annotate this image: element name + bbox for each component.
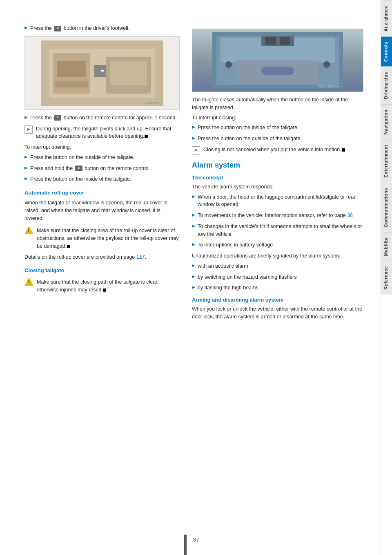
remote-button-2-icon bbox=[75, 166, 82, 171]
left-column: ▶ Press the button in the driver's footw… bbox=[24, 25, 180, 530]
notice-arrow-icon: ▶ bbox=[24, 125, 33, 134]
unauthorized-text: Unauthorized operations are briefly sign… bbox=[192, 252, 363, 260]
concept-bullet-2: ▶ To movements in the vehicle: Interior … bbox=[192, 212, 363, 219]
interrupt-bullet-3-text: Press the button on the inside of the ta… bbox=[30, 175, 131, 183]
concept-arrow-2-icon: ▶ bbox=[192, 213, 195, 217]
arming-heading: Arming and disarming alarm system bbox=[192, 297, 363, 303]
closing-bullet-2-text: Press the button on the outside of the t… bbox=[198, 135, 302, 143]
automatic-rollup-heading: Automatic roll-up cover bbox=[24, 190, 180, 196]
sidebar-tab-entertainment[interactable]: Entertainment bbox=[381, 139, 392, 182]
unauthorized-bullet-1-text: with an acoustic alarm bbox=[198, 262, 248, 270]
page-number-bar bbox=[184, 535, 187, 555]
svg-point-16 bbox=[225, 61, 232, 68]
svg-rect-19 bbox=[261, 67, 294, 75]
concept-arrow-4-icon: ▶ bbox=[192, 242, 195, 246]
tailgate-caption: The tailgate closes automatically when t… bbox=[192, 96, 363, 112]
concept-bullet-2-text: To movements in the vehicle: Interior mo… bbox=[198, 212, 353, 219]
unauth-arrow-1-icon: ▶ bbox=[192, 263, 195, 268]
unauth-arrow-2-icon: ▶ bbox=[192, 274, 195, 279]
page-number: 37 bbox=[193, 537, 199, 543]
concept-intro-text: The vehicle alarm system responds: bbox=[192, 183, 363, 191]
svg-rect-3 bbox=[57, 61, 86, 77]
svg-point-17 bbox=[323, 61, 330, 68]
svg-text:☰: ☰ bbox=[100, 69, 104, 74]
unauth-arrow-3-icon: ▶ bbox=[192, 285, 195, 289]
warning-closing: Make sure that the closing path of the t… bbox=[24, 277, 180, 294]
footwell-button-icon bbox=[54, 26, 61, 31]
car-interior-svg: ☰ S0004/VR bbox=[41, 40, 163, 106]
interrupt-bullet-1-text: Press the button on the outside of the t… bbox=[30, 154, 134, 161]
page-117-link[interactable]: 117 bbox=[136, 254, 145, 260]
unauthorized-bullet-3-text: by flashing the high beams bbox=[198, 284, 258, 292]
closing-arrow-2-icon: ▶ bbox=[192, 136, 195, 140]
footwell-bullet-text: Press the button in the driver's footwel… bbox=[30, 25, 129, 32]
the-concept-heading: The concept bbox=[192, 175, 363, 181]
closing-bullet-1-text: Press the button on the inside of the ta… bbox=[198, 124, 298, 132]
right-column: WDC013245H The tailgate closes automatic… bbox=[192, 25, 363, 530]
concept-bullet-1-text: When a door, the hood or the luggage com… bbox=[198, 193, 363, 209]
car-interior-image: ☰ S0004/VR bbox=[24, 36, 180, 110]
concept-bullet-3-text: To changes in the vehicle's tilt if some… bbox=[198, 223, 363, 238]
sidebar-tabs: At a glance Controls Driving tips Naviga… bbox=[381, 0, 392, 555]
trunk-svg: WDC013245H bbox=[212, 32, 343, 89]
details-rollup-text: Details on the roll-up cover are provide… bbox=[24, 253, 180, 261]
notice-opening: ▶ During opening, the tailgate pivots ba… bbox=[24, 125, 180, 141]
sidebar-tab-reference[interactable]: Reference bbox=[381, 261, 392, 295]
arming-text: When you lock or unlock the vehicle, eit… bbox=[192, 305, 363, 321]
notice-not-canceled-text: Closing is not canceled when you put the… bbox=[203, 146, 345, 154]
warning-rollup-text: Make sure that the closing area of the r… bbox=[37, 227, 180, 250]
bullet-footwell: ▶ Press the button in the driver's footw… bbox=[24, 25, 180, 32]
bullet-remote: ▶ Press the button on the remote control… bbox=[24, 114, 180, 122]
page-38-link[interactable]: 38 bbox=[347, 213, 353, 218]
bullet-arrow-3-icon: ▶ bbox=[24, 176, 28, 181]
closing-bullet-2: ▶ Press the button on the outside of the… bbox=[192, 135, 363, 143]
closing-bullet-1: ▶ Press the button on the inside of the … bbox=[192, 124, 363, 132]
to-interrupt-closing-label: To interrupt closing: bbox=[192, 114, 363, 122]
bullet-arrow-remote-icon: ▶ bbox=[24, 115, 28, 119]
sidebar-tab-driving-tips[interactable]: Driving tips bbox=[381, 67, 392, 104]
svg-rect-4 bbox=[55, 81, 88, 87]
interrupt-bullet-2-text: Press and hold the button on the remote … bbox=[30, 165, 150, 172]
svg-rect-14 bbox=[265, 37, 276, 45]
trunk-image: WDC013245H bbox=[192, 29, 363, 92]
unauthorized-bullet-2: ▶ by switching on the hazard warning fla… bbox=[192, 273, 363, 281]
warning-triangle-icon bbox=[24, 226, 33, 234]
concept-arrow-1-icon: ▶ bbox=[192, 194, 195, 199]
warning-closing-text: Make sure that the closing path of the t… bbox=[37, 278, 180, 294]
svg-text:WDC013245H: WDC013245H bbox=[318, 85, 339, 88]
interrupt-bullet-3: ▶ Press the button on the inside of the … bbox=[24, 175, 180, 183]
svg-rect-15 bbox=[280, 37, 290, 45]
closing-arrow-1-icon: ▶ bbox=[192, 125, 195, 129]
concept-bullet-3: ▶ To changes in the vehicle's tilt if so… bbox=[192, 223, 363, 238]
closing-tailgate-heading: Closing tailgate bbox=[24, 267, 180, 273]
unauthorized-bullet-1: ▶ with an acoustic alarm bbox=[192, 262, 363, 270]
svg-rect-8 bbox=[110, 61, 147, 85]
notice-not-canceled: ▶ Closing is not canceled when you put t… bbox=[192, 146, 363, 154]
bullet-arrow-icon: ▶ bbox=[24, 25, 28, 30]
sidebar-tab-at-a-glance[interactable]: At a glance bbox=[381, 0, 392, 36]
concept-bullet-1: ▶ When a door, the hood or the luggage c… bbox=[192, 193, 363, 209]
interrupt-bullet-1: ▶ Press the button on the outside of the… bbox=[24, 154, 180, 161]
sidebar-tab-navigation[interactable]: Navigation bbox=[381, 104, 392, 139]
car-interior-image-container: ☰ S0004/VR bbox=[24, 36, 180, 110]
bullet-arrow-1-icon: ▶ bbox=[24, 154, 28, 159]
concept-arrow-3-icon: ▶ bbox=[192, 224, 195, 228]
concept-bullet-4-text: To interruptions in battery voltage bbox=[198, 241, 273, 249]
warning-rollup: Make sure that the closing area of the r… bbox=[24, 225, 180, 250]
sidebar-tab-controls[interactable]: Controls bbox=[381, 36, 392, 67]
unauthorized-bullet-3: ▶ by flashing the high beams bbox=[192, 284, 363, 292]
remote-button-icon bbox=[54, 115, 61, 121]
warning-closing-icon bbox=[24, 278, 33, 286]
trunk-image-container: WDC013245H bbox=[192, 29, 363, 92]
sidebar-tab-communications[interactable]: Communications bbox=[381, 183, 392, 232]
concept-bullet-4: ▶ To interruptions in battery voltage bbox=[192, 241, 363, 249]
unauthorized-bullet-2-text: by switching on the hazard warning flash… bbox=[198, 273, 297, 281]
automatic-rollup-text: When the tailgate or rear window is open… bbox=[24, 199, 180, 222]
remote-bullet-text: Press the button on the remote control f… bbox=[30, 114, 177, 122]
sidebar-tab-mobility[interactable]: Mobility bbox=[381, 232, 392, 261]
to-interrupt-opening-label: To interrupt opening: bbox=[24, 143, 180, 151]
notice-opening-text: During opening, the tailgate pivots back… bbox=[36, 125, 180, 141]
notice-not-canceled-icon: ▶ bbox=[192, 146, 200, 154]
interrupt-bullet-2: ▶ Press and hold the button on the remot… bbox=[24, 165, 180, 172]
bullet-arrow-2-icon: ▶ bbox=[24, 166, 28, 170]
